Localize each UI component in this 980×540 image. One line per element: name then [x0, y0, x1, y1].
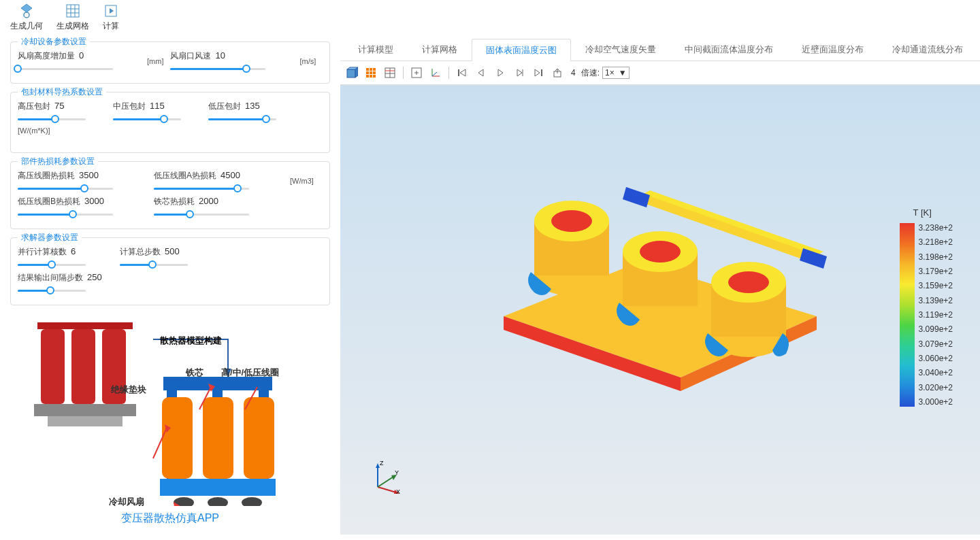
step-forward-icon — [514, 68, 524, 78]
total-steps-slider[interactable] — [120, 260, 188, 269]
solver-title: 求解器参数设置 — [18, 232, 82, 243]
axis-button[interactable] — [427, 65, 444, 81]
core-loss-slider[interactable] — [154, 210, 249, 218]
skip-first-button[interactable] — [454, 65, 470, 81]
lv-coil-b-loss-slider[interactable] — [18, 210, 113, 218]
fan-speed-unit: [m/s] — [299, 57, 316, 76]
svg-point-72 — [640, 241, 681, 263]
color-legend: T [K] 3.238e+23.218e+23.198e+23.179e+23.… — [900, 207, 953, 407]
output-interval-slider[interactable] — [18, 286, 86, 294]
svg-marker-54 — [460, 69, 466, 76]
output-interval-value: 250 — [87, 272, 102, 282]
fan-height-slider[interactable] — [18, 65, 113, 73]
svg-rect-12 — [37, 322, 133, 329]
lv-encap-label: 低压包封 — [208, 101, 241, 112]
svg-text:Y: Y — [395, 469, 399, 476]
step-back-button[interactable] — [473, 65, 489, 81]
speed-label: 倍速: — [581, 67, 600, 79]
table-icon — [385, 67, 395, 78]
heat-loss-section: 部件热损耗参数设置 高压线圈热损耗3500 低压线圈A热损耗4500 [W/m3… — [10, 161, 330, 229]
cores-slider[interactable] — [18, 260, 86, 269]
output-interval-label: 结果输出间隔步数 — [18, 272, 83, 284]
tab-3[interactable]: 冷却空气速度矢量 — [571, 38, 670, 61]
speed-value: 1× — [605, 68, 615, 78]
fan-speed-value: 10 — [215, 50, 225, 61]
legend-values: 3.238e+23.218e+23.198e+23.179e+23.159e+2… — [919, 223, 953, 407]
lv-encap-value: 135 — [245, 101, 260, 111]
generate-geometry-button[interactable]: 生成几何 — [10, 3, 43, 32]
diagram-insulation-label: 绝缘垫块 — [111, 384, 146, 396]
cooling-title: 冷却设备参数设置 — [18, 36, 90, 48]
generate-mesh-label: 生成网格 — [56, 20, 89, 32]
hv-coil-loss-label: 高压线圈热损耗 — [18, 170, 75, 182]
hv-encap-slider[interactable] — [18, 115, 86, 123]
step-forward-button[interactable] — [511, 65, 527, 81]
cube-icon — [346, 67, 358, 79]
compute-label: 计算 — [103, 20, 119, 32]
tab-4[interactable]: 中间截面流体温度分布 — [670, 38, 787, 61]
hv-encap-label: 高压包封 — [18, 101, 50, 112]
tab-2[interactable]: 固体表面温度云图 — [472, 39, 571, 61]
axis-triad: Z Y X — [368, 460, 402, 494]
svg-rect-21 — [203, 397, 233, 479]
mesh-icon — [65, 3, 81, 19]
cores-label: 并行计算核数 — [18, 246, 67, 258]
view-cube-button[interactable] — [344, 65, 360, 81]
skip-first-icon — [457, 68, 467, 78]
play-button[interactable] — [492, 65, 508, 81]
fan-speed-slider[interactable] — [170, 65, 265, 73]
svg-point-0 — [24, 12, 29, 18]
lv-coil-a-loss-label: 低压线圈A热损耗 — [154, 170, 216, 182]
export-button[interactable] — [549, 65, 566, 81]
play-icon — [495, 68, 505, 78]
solver-section: 求解器参数设置 并行计算核数6 计算总步数500 结果输出间隔步数250 — [10, 237, 330, 305]
svg-marker-57 — [517, 69, 522, 76]
thermal-cond-section: 包封材料导热系数设置 高压包封75 中压包封115 低压包封135 [W/(m*… — [10, 92, 330, 153]
legend-value: 3.159e+2 — [919, 281, 953, 290]
core-loss-value: 2000 — [199, 196, 218, 206]
table-button[interactable] — [382, 65, 398, 81]
legend-value: 3.198e+2 — [919, 252, 953, 262]
lv-encap-slider[interactable] — [208, 115, 276, 123]
lv-coil-b-loss-label: 低压线圈B热损耗 — [18, 196, 80, 207]
viewport-3d[interactable]: Z Y X T [K] 3.238e+23.218e+23.198e+23.17… — [340, 85, 980, 535]
total-steps-label: 计算总步数 — [120, 246, 161, 258]
fit-button[interactable] — [408, 65, 425, 81]
tab-1[interactable]: 计算网格 — [408, 38, 472, 61]
diagram-area: 散热器模型构建 绝缘垫块 铁芯 高/中/低压线圈 冷却风扇 变压器散热仿真APP — [10, 316, 330, 526]
compute-icon — [103, 3, 119, 19]
svg-rect-40 — [370, 71, 372, 74]
hv-coil-loss-slider[interactable] — [18, 184, 113, 192]
svg-point-25 — [242, 497, 262, 506]
svg-marker-59 — [535, 69, 540, 76]
chevron-down-icon: ▼ — [619, 68, 627, 78]
svg-point-68 — [551, 210, 592, 232]
grid-button[interactable] — [363, 65, 379, 81]
svg-rect-44 — [373, 75, 376, 78]
lv-coil-a-loss-slider[interactable] — [154, 184, 249, 192]
svg-line-52 — [432, 72, 437, 76]
skip-last-button[interactable] — [530, 65, 546, 81]
generate-mesh-button[interactable]: 生成网格 — [56, 3, 89, 32]
svg-marker-7 — [110, 8, 114, 14]
svg-marker-79 — [623, 187, 650, 207]
legend-value: 3.139e+2 — [919, 296, 953, 305]
svg-rect-42 — [366, 75, 369, 78]
mv-encap-label: 中压包封 — [113, 101, 146, 112]
legend-value: 3.060e+2 — [919, 354, 953, 363]
diagram-fan-label: 冷却风扇 — [109, 496, 144, 508]
tab-6[interactable]: 冷却通道流线分布 — [878, 38, 977, 61]
legend-value: 3.179e+2 — [919, 267, 953, 276]
compute-button[interactable]: 计算 — [103, 3, 119, 32]
cooling-section: 冷却设备参数设置 风扇高度增加量0 [mm] 风扇口风速10 [m/s] — [10, 41, 330, 84]
svg-rect-33 — [347, 69, 355, 78]
tab-5[interactable]: 近壁面温度分布 — [787, 38, 878, 61]
tab-0[interactable]: 计算模型 — [344, 38, 408, 61]
svg-rect-20 — [162, 397, 193, 479]
svg-rect-41 — [373, 71, 376, 74]
legend-title: T [K] — [913, 207, 953, 218]
mv-encap-slider[interactable] — [113, 115, 181, 123]
fit-icon — [411, 67, 422, 78]
speed-select[interactable]: 1×▼ — [602, 67, 630, 79]
core-loss-label: 铁芯热损耗 — [154, 196, 195, 207]
